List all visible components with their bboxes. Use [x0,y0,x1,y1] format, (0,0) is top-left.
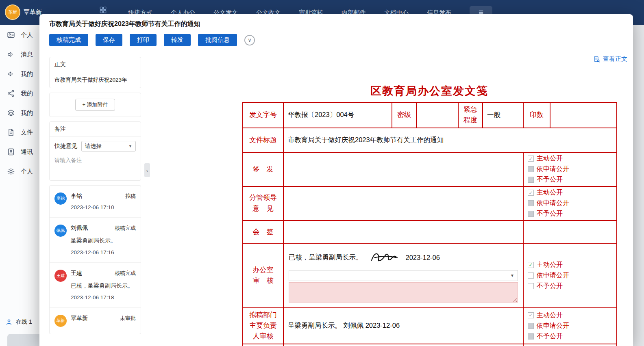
timeline-user-name: 刘佩佩 [71,225,88,232]
urgency-value: 一般 [483,102,523,128]
view-document-icon [593,56,600,63]
forward-button[interactable]: 转发 [164,34,191,46]
dialog-toolbar: 核稿完成 保存 打印 转发 批阅信息 ∨ [49,34,623,46]
office-opinion-textarea[interactable] [289,282,518,303]
approval-timeline-card: 李铭 李铭 拟稿 2023-12-06 17:10 佩佩 刘佩佩 [49,185,141,334]
quick-opinion-label: 快捷意见 [54,143,77,150]
publicity-option-label: 依申请公开 [537,322,569,330]
online-status: 在线 1 [5,318,32,326]
id-card-icon [7,31,15,39]
chevron-down-icon: ∨ [248,37,252,43]
timeline-status: 未审批 [120,315,136,322]
dialog-body: 正文 市教育局关于做好庆祝2023年 + 添加附件 备注 快捷意见 请选择 ▼ [39,51,633,346]
checkbox-checked-icon[interactable]: ✓ [528,262,534,268]
document-preview-area: 查看正文 区教育局办公室发文笺 发文字号 华教报〔2023〕004号 密级 紧急… [146,51,633,346]
checkbox-checked-icon: ✓ [528,190,534,196]
sidebar-item-label: 个人 [21,168,33,175]
checkbox-checked-icon: ✓ [528,312,534,318]
checkbox-disabled-icon [528,200,534,206]
add-attachment-button[interactable]: + 添加附件 [75,99,115,111]
person-icon [5,318,13,326]
quick-opinion-select[interactable]: 请选择 ▼ [81,141,136,151]
office-review-date: 2023-12-06 [406,254,440,262]
app-logo: 革新 [5,4,20,20]
publicity-option-label: 依申请公开 [537,271,569,280]
more-actions-button[interactable]: ∨ [244,35,255,45]
publicity-option-label: 依申请公开 [537,199,569,208]
dept-head-review-content: 呈梁勇副局长示。 刘佩佩 2023-12-06 [283,308,523,344]
countersign-content [283,221,523,243]
view-body-label: 查看正文 [603,55,627,63]
save-button[interactable]: 保存 [96,34,122,46]
body-text-label: 正文 [50,57,141,72]
signature-image [368,251,400,264]
sidebar-item-label: 我的 [21,109,33,117]
avatar: 王建 [54,270,67,282]
chevron-down-icon: ▼ [510,273,514,278]
copies-label: 印数 [523,102,550,128]
office-review-label: 办公室 审 核 [243,243,283,308]
sidebar-item-label: 文件 [21,129,33,136]
timeline-entry: 王建 王建 核稿完成 已核，呈梁勇副局长示。 2023-12-06 17:18 [50,263,141,308]
speaker-icon [7,50,15,58]
sidebar-item-label: 我的 [21,70,33,78]
sidebar-item-label: 通讯 [21,148,33,156]
countersign-publicity-cell [523,221,617,243]
leader-publicity-cell: ✓主动公开 依申请公开 不予公开 [523,186,617,221]
document-icon [7,128,15,136]
copies-value [550,102,617,128]
dialog-title: 市教育局关于做好庆祝2023年教师节有关工作的通知 [49,20,623,28]
doc-number-label: 发文字号 [243,102,283,128]
secrecy-label: 密级 [392,102,416,128]
body-document-link[interactable]: 市教育局关于做好庆祝2023年 [50,72,141,88]
checkbox-disabled-icon [528,333,534,340]
layers-icon [7,109,15,117]
remark-input[interactable]: 请输入备注 [54,157,136,176]
avatar: 革新 [54,315,67,327]
dept-publicity-cell: ✓主动公开 依申请公开 不予公开 [523,308,617,344]
publicity-option-label: 主动公开 [537,154,563,163]
remark-label: 备注 [50,122,141,137]
view-body-link[interactable]: 查看正文 [593,55,627,63]
review-info-button[interactable]: 批阅信息 [198,34,237,46]
timeline-comment: 呈梁勇副局长示。 [71,236,136,245]
checkbox-icon[interactable] [528,283,534,289]
document-approval-dialog: 市教育局关于做好庆祝2023年教师节有关工作的通知 核稿完成 保存 打印 转发 … [39,14,633,346]
speaker-icon [7,70,15,78]
chevron-down-icon: ▼ [128,144,132,148]
timeline-status: 拟稿 [125,192,136,200]
timeline-status: 核稿完成 [115,225,136,232]
office-review-content: 已核，呈梁勇副局长示。 2023-12-06 ▼ [283,243,523,308]
timeline-user-name: 王建 [71,270,82,277]
office-opinion-select[interactable]: ▼ [289,270,518,281]
attachments-and-flow-panel: 正文 市教育局关于做好庆祝2023年 + 添加附件 备注 快捷意见 请选择 ▼ [39,51,146,346]
timeline-entry: 李铭 李铭 拟稿 2023-12-06 17:10 [50,186,141,218]
sign-publicity-cell: ✓主动公开 依申请公开 不予公开 [523,152,617,186]
current-user-name[interactable]: 覃革新 [24,9,42,16]
online-status-label: 在线 1 [16,318,32,326]
address-book-icon [7,148,15,156]
chevron-left-icon: ‹ [146,167,148,173]
checkbox-disabled-icon [528,211,534,217]
collapsed-panel[interactable] [7,334,41,346]
doc-number-value: 华教报〔2023〕004号 [283,102,392,128]
publicity-option-label: 主动公开 [537,261,563,269]
print-button[interactable]: 打印 [130,34,157,46]
sign-label: 签 发 [243,152,283,186]
timeline-user-name: 覃革新 [71,315,88,322]
publicity-option-label: 主动公开 [537,311,563,320]
drafter-content: 李铭 2023-12-06 [283,344,523,346]
quick-opinion-value: 请选择 [85,143,102,150]
publicity-option-label: 不予公开 [537,175,563,184]
publicity-option-label: 不予公开 [537,332,563,341]
finish-review-button[interactable]: 核稿完成 [49,34,88,46]
urgency-label: 紧急 程度 [458,102,483,128]
publicity-option-label: 依申请公开 [537,165,569,173]
leader-opinion-label: 分管领导 意 见 [243,186,283,221]
panel-collapse-handle[interactable]: ‹ [144,163,150,177]
publicity-option-label: 不予公开 [537,282,563,290]
file-title-value: 市教育局关于做好庆祝2023年教师节有关工作的通知 [283,128,617,152]
sidebar-item-label: 消息 [21,51,33,58]
checkbox-icon[interactable] [528,272,534,279]
office-review-comment: 已核，呈梁勇副局长示。 [289,253,363,262]
